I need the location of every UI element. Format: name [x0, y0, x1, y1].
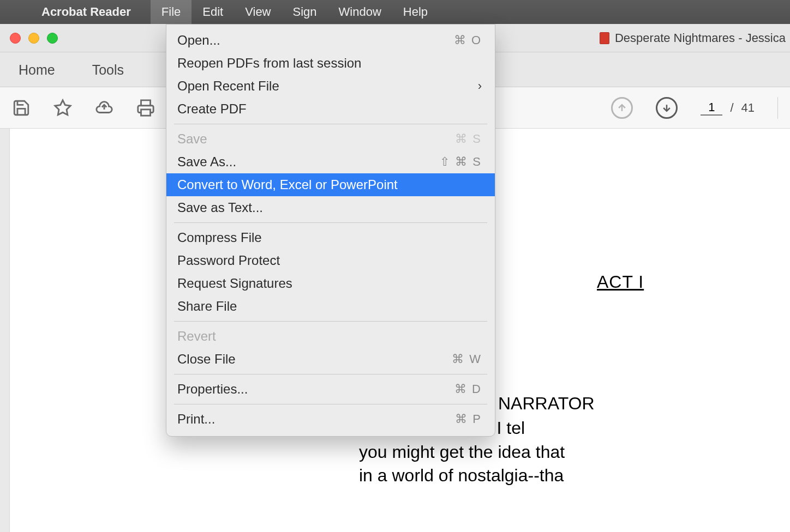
save-icon[interactable]	[12, 99, 31, 117]
menu-item-request-signatures[interactable]: Request Signatures	[166, 272, 495, 295]
act-title: ACT I	[597, 270, 790, 294]
page-up-button[interactable]	[611, 97, 633, 119]
page-down-button[interactable]	[656, 97, 678, 119]
left-gutter	[0, 129, 10, 532]
menu-shortcut: ⌘ W	[452, 352, 482, 366]
menu-shortcut: ⌘ D	[454, 382, 482, 396]
close-window-button[interactable]	[10, 33, 21, 44]
pdf-file-icon	[600, 32, 609, 44]
menu-separator	[174, 124, 487, 124]
menu-label: Save As...	[177, 154, 236, 170]
system-menubar: Acrobat Reader File Edit View Sign Windo…	[0, 0, 790, 24]
menu-label: Create PDF	[177, 101, 247, 117]
toolbar-divider	[777, 97, 778, 119]
chevron-right-icon: ›	[478, 79, 482, 93]
menu-label: Request Signatures	[177, 276, 292, 291]
cloud-upload-icon[interactable]	[95, 99, 113, 117]
menu-separator	[174, 374, 487, 374]
page-indicator: / 41	[701, 100, 755, 116]
menu-item-properties[interactable]: Properties... ⌘ D	[166, 378, 495, 401]
menu-item-open-recent[interactable]: Open Recent File ›	[166, 75, 495, 98]
menu-shortcut: ⇧ ⌘ S	[440, 155, 482, 169]
menu-item-reopen[interactable]: Reopen PDFs from last session	[166, 52, 495, 75]
menu-label: Save as Text...	[177, 200, 263, 215]
menu-item-save-as-text[interactable]: Save as Text...	[166, 196, 495, 219]
page-number-input[interactable]	[701, 100, 722, 116]
menu-label: Compress File	[177, 230, 262, 245]
menu-item-save: Save ⌘ S	[166, 128, 495, 150]
tab-home[interactable]: Home	[0, 52, 74, 87]
menu-shortcut: ⌘ O	[454, 33, 482, 47]
menu-item-revert: Revert	[166, 325, 495, 348]
star-icon[interactable]	[53, 99, 72, 117]
menu-item-share-file[interactable]: Share File	[166, 295, 495, 318]
menu-label: Properties...	[177, 382, 248, 397]
menu-sign[interactable]: Sign	[282, 0, 328, 24]
menu-view[interactable]: View	[234, 0, 282, 24]
window-title-text: Desperate Nightmares - Jessica	[615, 31, 786, 45]
menu-label: Share File	[177, 299, 237, 314]
script-line: in a world of nostalgia--tha	[359, 464, 790, 487]
zoom-window-button[interactable]	[47, 33, 58, 44]
menu-label: Revert	[177, 329, 216, 344]
menu-file[interactable]: File	[151, 0, 191, 24]
menu-edit[interactable]: Edit	[191, 0, 234, 24]
menu-help[interactable]: Help	[392, 0, 439, 24]
menu-label: Convert to Word, Excel or PowerPoint	[177, 177, 398, 192]
menu-label: Print...	[177, 412, 215, 427]
svg-rect-1	[141, 109, 151, 115]
menu-label: Open Recent File	[177, 78, 279, 94]
menu-item-close-file[interactable]: Close File ⌘ W	[166, 348, 495, 371]
print-icon[interactable]	[136, 99, 155, 117]
script-line: you might get the idea that	[359, 440, 790, 464]
menu-separator	[174, 222, 487, 223]
menu-separator	[174, 321, 487, 322]
menu-label: Close File	[177, 352, 236, 367]
menu-item-create-pdf[interactable]: Create PDF	[166, 98, 495, 120]
page-sep: /	[730, 101, 733, 115]
narrator-label: NARRATOR	[498, 392, 790, 415]
menu-label: Save	[177, 131, 207, 147]
menu-window[interactable]: Window	[328, 0, 392, 24]
menu-label: Open...	[177, 33, 220, 48]
file-menu-dropdown: Open... ⌘ O Reopen PDFs from last sessio…	[166, 24, 495, 437]
menu-item-open[interactable]: Open... ⌘ O	[166, 29, 495, 52]
menu-label: Password Protect	[177, 253, 280, 268]
tab-tools[interactable]: Tools	[74, 52, 142, 87]
menu-label: Reopen PDFs from last session	[177, 56, 361, 71]
menu-item-print[interactable]: Print... ⌘ P	[166, 408, 495, 431]
menu-item-save-as[interactable]: Save As... ⇧ ⌘ S	[166, 150, 495, 173]
menu-item-convert[interactable]: Convert to Word, Excel or PowerPoint	[166, 173, 495, 196]
menu-shortcut: ⌘ S	[455, 132, 482, 146]
minimize-window-button[interactable]	[28, 33, 39, 44]
traffic-lights	[10, 33, 58, 44]
app-name[interactable]: Acrobat Reader	[41, 5, 131, 19]
page-total: 41	[741, 101, 755, 115]
menu-item-compress[interactable]: Compress File	[166, 226, 495, 249]
svg-marker-0	[55, 100, 70, 114]
menu-item-password-protect[interactable]: Password Protect	[166, 249, 495, 272]
menu-shortcut: ⌘ P	[455, 412, 482, 426]
menu-separator	[174, 404, 487, 404]
